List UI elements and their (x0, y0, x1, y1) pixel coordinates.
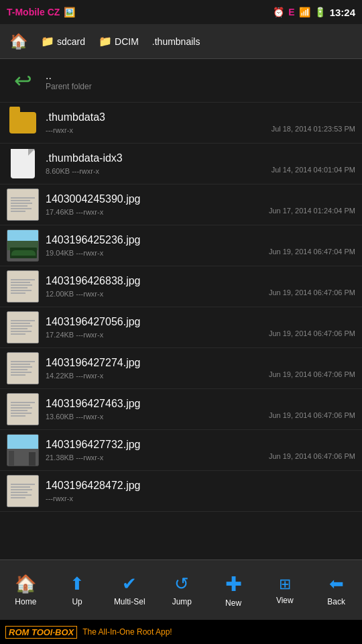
file-info: 1403196427732.jpg 21.38KB ---rwxr-x Jun … (46, 439, 355, 462)
breadcrumb-bar: 🏠 📁 sdcard 📁 DCIM .thumbnails (0, 24, 362, 59)
file-meta: ---rwxr-x (46, 494, 73, 502)
view-nav-icon: ⊞ (279, 576, 291, 593)
list-item[interactable]: 1403196427732.jpg 21.38KB ---rwxr-x Jun … (0, 430, 362, 471)
parent-folder-icon: ↩ (7, 64, 39, 97)
file-meta: 17.24KB ---rwxr-x (46, 331, 103, 339)
file-icon (7, 229, 39, 262)
home-nav-icon: 🏠 (15, 574, 36, 594)
breadcrumb-dcim[interactable]: 📁 DCIM (95, 32, 143, 50)
nav-up-label: Up (72, 597, 82, 606)
file-name: 1403196427732.jpg (46, 439, 355, 451)
file-name: 1403196427274.jpg (46, 357, 355, 369)
parent-folder-label: Parent folder (46, 82, 92, 91)
file-name: 1403196428472.jpg (46, 480, 355, 492)
nav-back[interactable]: ⬅ Back (316, 570, 357, 610)
list-item[interactable]: 1403004245390.jpg 17.46KB ---rwxr-x Jun … (0, 184, 362, 225)
breadcrumb-sdcard[interactable]: 📁 sdcard (37, 32, 89, 50)
file-name: 1403196425236.jpg (46, 234, 355, 246)
file-meta: 13.60KB ---rwxr-x (46, 413, 103, 421)
file-meta: 21.38KB ---rwxr-x (46, 453, 103, 462)
back-nav-icon: ⬅ (329, 574, 344, 594)
parent-folder-name: .. (46, 70, 92, 82)
list-item[interactable]: .thumbdata-idx3 8.60KB ---rwxr-x Jul 14,… (0, 144, 362, 184)
file-name: .thumbdata-idx3 (46, 152, 355, 164)
breadcrumb-thumbnails[interactable]: .thumbnails (148, 34, 204, 50)
breadcrumb-home[interactable]: 🏠 (5, 30, 32, 53)
status-bar: T-Mobile CZ 🖼️ ⏰ E 📶 🔋 13:24 (0, 0, 362, 24)
file-date: Jun 19, 2014 06:47:06 PM (269, 452, 355, 462)
file-info: .thumbdata-idx3 8.60KB ---rwxr-x Jul 14,… (46, 152, 355, 175)
nav-multisel-label: Multi-Sel (114, 597, 145, 606)
file-icon (7, 107, 39, 139)
nav-jump-label: Jump (172, 597, 192, 606)
back-arrow-icon: ↩ (14, 68, 32, 93)
list-item[interactable]: 1403196426838.jpg 12.00KB ---rwxr-x Jun … (0, 266, 362, 307)
home-breadcrumb-icon: 🏠 (9, 33, 27, 50)
list-item[interactable]: 1403196425236.jpg 19.04KB ---rwxr-x Jun … (0, 225, 362, 266)
file-meta: 8.60KB ---rwxr-x (46, 167, 99, 175)
nav-multisel[interactable]: ✔ Multi-Sel (109, 570, 151, 610)
file-name: 1403004245390.jpg (46, 193, 355, 205)
file-info: 1403196426838.jpg 12.00KB ---rwxr-x Jun … (46, 275, 355, 298)
network-icon: E (288, 7, 294, 17)
status-left: T-Mobile CZ 🖼️ (7, 7, 75, 17)
file-info: 1403196427056.jpg 17.24KB ---rwxr-x Jun … (46, 316, 355, 339)
nav-jump[interactable]: ↺ Jump (162, 570, 202, 610)
ad-bar[interactable]: ROM TOOl·BOX The All-In-One Root App! (0, 620, 362, 644)
up-nav-icon: ⬆ (70, 574, 84, 594)
bottom-nav: 🏠 Home ⬆ Up ✔ Multi-Sel ↺ Jump ✚ New ⊞ V… (0, 559, 362, 620)
file-icon (7, 189, 39, 221)
file-date: Jun 19, 2014 06:47:04 PM (269, 248, 355, 257)
multisel-nav-icon: ✔ (122, 574, 137, 594)
file-info: 1403196427274.jpg 14.22KB ---rwxr-x Jun … (46, 357, 355, 380)
list-item[interactable]: 1403196428472.jpg ---rwxr-x (0, 471, 362, 512)
file-meta: 14.22KB ---rwxr-x (46, 372, 103, 380)
file-name: 1403196426838.jpg (46, 275, 355, 287)
list-item[interactable]: 1403196427463.jpg 13.60KB ---rwxr-x Jun … (0, 389, 362, 430)
file-icon (7, 393, 39, 425)
file-name: 1403196427463.jpg (46, 398, 355, 410)
nav-back-label: Back (327, 597, 345, 606)
file-info: 1403196428472.jpg ---rwxr-x (46, 480, 355, 502)
battery-icon: 🔋 (314, 7, 326, 17)
file-date: Jun 19, 2014 06:47:06 PM (269, 370, 355, 380)
file-date: Jun 19, 2014 06:47:06 PM (269, 288, 355, 298)
file-name: 1403196427056.jpg (46, 316, 355, 328)
breadcrumb-dcim-label: DCIM (115, 36, 139, 47)
list-item[interactable]: 1403196427056.jpg 17.24KB ---rwxr-x Jun … (0, 307, 362, 348)
time-display: 13:24 (330, 7, 355, 18)
file-date: Jun 17, 2014 01:24:04 PM (269, 207, 355, 216)
file-icon (7, 475, 39, 507)
file-name: .thumbdata3 (46, 111, 355, 123)
nav-home[interactable]: 🏠 Home (5, 570, 46, 610)
file-info: 1403196425236.jpg 19.04KB ---rwxr-x Jun … (46, 234, 355, 257)
signal-icon: 📶 (299, 7, 310, 17)
file-info: 1403004245390.jpg 17.46KB ---rwxr-x Jun … (46, 193, 355, 216)
file-items-container: .thumbdata3 ---rwxr-x Jul 18, 2014 01:23… (0, 103, 362, 512)
file-icon (7, 270, 39, 303)
file-info: .thumbdata3 ---rwxr-x Jul 18, 2014 01:23… (46, 111, 355, 134)
nav-new[interactable]: ✚ New (213, 568, 253, 612)
breadcrumb-sdcard-label: sdcard (57, 36, 85, 47)
file-icon (7, 352, 39, 384)
alarm-icon: ⏰ (273, 7, 284, 17)
ad-logo: ROM TOOl·BOX (5, 626, 77, 639)
breadcrumb-thumbnails-label: .thumbnails (152, 36, 200, 47)
list-item[interactable]: .thumbdata3 ---rwxr-x Jul 18, 2014 01:23… (0, 103, 362, 144)
list-item[interactable]: 1403196427274.jpg 14.22KB ---rwxr-x Jun … (0, 348, 362, 389)
nav-view[interactable]: ⊞ View (265, 572, 305, 609)
parent-folder-item[interactable]: ↩ .. Parent folder (0, 59, 362, 103)
nav-up[interactable]: ⬆ Up (57, 570, 97, 610)
nav-view-label: View (276, 596, 294, 605)
jump-nav-icon: ↺ (174, 574, 189, 594)
file-date: Jul 14, 2014 04:01:04 PM (272, 166, 355, 175)
file-meta: 12.00KB ---rwxr-x (46, 290, 103, 298)
dcim-folder-icon: 📁 (99, 35, 112, 48)
file-list: ↩ .. Parent folder .thumbdata3 ---rwxr-x… (0, 59, 362, 559)
new-nav-icon: ✚ (225, 572, 242, 596)
file-date: Jun 19, 2014 06:47:06 PM (269, 329, 355, 339)
file-date: Jul 18, 2014 01:23:53 PM (272, 125, 355, 134)
sdcard-icon: 📁 (41, 35, 54, 48)
carrier-text: T-Mobile CZ (7, 7, 60, 17)
status-right: ⏰ E 📶 🔋 13:24 (273, 7, 355, 18)
